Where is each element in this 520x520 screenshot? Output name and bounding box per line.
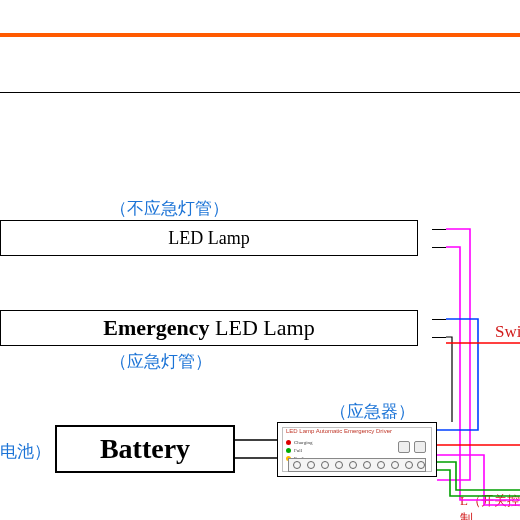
wire-black-emlamp-to-driver <box>446 337 452 422</box>
top-orange-rule <box>0 33 520 37</box>
lamp-normal-pin-top <box>432 229 446 230</box>
lamp-normal-tube: LED Lamp <box>0 220 418 256</box>
driver-caption-cn: （应急器） <box>330 400 415 423</box>
lamp-emergency-tube: Emergency LED Lamp <box>0 310 418 346</box>
diagram-canvas: （不应急灯管） LED Lamp Emergency LED Lamp （应急灯… <box>0 0 520 520</box>
battery-caption-cn-left: 电池） <box>0 440 51 463</box>
driver-button-1[interactable] <box>398 441 410 453</box>
wire-magenta-to-right <box>446 247 520 500</box>
lamp-emergency-pin-bottom <box>432 337 446 338</box>
lamp-normal-label: LED Lamp <box>168 228 249 249</box>
lamp-emergency-label-bold: Emergency <box>103 315 209 340</box>
lamp-emergency-label-rest: LED Lamp <box>210 315 315 340</box>
wire-green-1 <box>437 462 520 490</box>
driver-led-charging: Charging <box>286 439 346 447</box>
label-line-right: L（开关控制 <box>460 492 520 520</box>
lamp-normal-caption-cn: （不应急灯管） <box>110 197 229 220</box>
wire-magenta-lamp-to-driver <box>437 229 470 480</box>
lamp-emergency-pin-top <box>432 319 446 320</box>
wire-blue-emlamp-to-driver <box>437 319 478 430</box>
emergency-driver: LED Lamp Automatic Emergency Driver Char… <box>277 422 437 477</box>
label-switch-right: Swi <box>495 322 520 342</box>
lamp-emergency-caption-cn: （应急灯管） <box>110 350 212 373</box>
top-black-rule <box>0 92 520 93</box>
lamp-normal-pin-bottom <box>432 247 446 248</box>
battery-box: Battery <box>55 425 235 473</box>
lamp-emergency-label: Emergency LED Lamp <box>103 315 314 341</box>
battery-label: Battery <box>100 433 190 465</box>
driver-button-2[interactable] <box>414 441 426 453</box>
driver-led-full: Full <box>286 447 346 455</box>
driver-terminal-strip <box>288 458 426 472</box>
driver-headline: LED Lamp Automatic Emergency Driver <box>286 428 428 434</box>
